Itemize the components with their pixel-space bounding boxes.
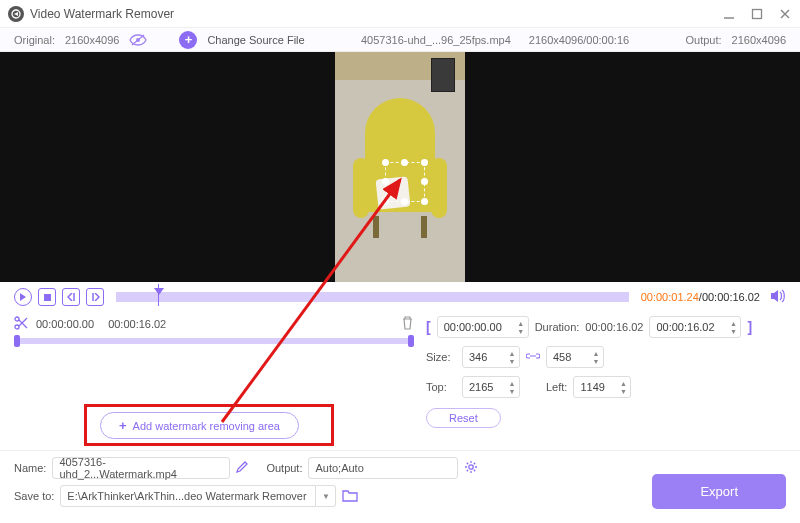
- change-source-button[interactable]: +: [179, 31, 197, 49]
- timecode: 00:00:01.24/00:00:16.02: [641, 291, 760, 303]
- preview-eye-icon[interactable]: [129, 34, 147, 46]
- source-filename: 4057316-uhd_...96_25fps.mp4: [361, 34, 511, 46]
- video-preview[interactable]: [0, 52, 800, 282]
- export-button[interactable]: Export: [652, 474, 786, 509]
- close-button[interactable]: [778, 7, 792, 21]
- add-watermark-area-button[interactable]: + Add watermark removing area: [100, 412, 299, 439]
- range-open-bracket-icon[interactable]: [: [426, 319, 431, 335]
- bottom-bar: Name: 4057316-uhd_2...Watermark.mp4 Outp…: [14, 444, 786, 513]
- duration-label: Duration:: [535, 321, 580, 333]
- range-close-bracket-icon[interactable]: ]: [747, 319, 752, 335]
- app-title: Video Watermark Remover: [30, 7, 174, 21]
- output-settings-icon[interactable]: [464, 460, 478, 476]
- original-label: Original:: [14, 34, 55, 46]
- svg-point-11: [15, 317, 19, 321]
- saveto-label: Save to:: [14, 490, 54, 502]
- video-frame: [335, 52, 465, 282]
- current-time: 00:00:01.24: [641, 291, 699, 303]
- stop-button[interactable]: [38, 288, 56, 306]
- reset-button[interactable]: Reset: [426, 408, 501, 428]
- range-handle-left[interactable]: [14, 335, 20, 347]
- info-bar: Original: 2160x4096 + Change Source File…: [0, 28, 800, 52]
- minimize-button[interactable]: [722, 7, 736, 21]
- size-width-input[interactable]: ▲▼: [462, 346, 520, 368]
- top-input[interactable]: ▲▼: [462, 376, 520, 398]
- change-source-label[interactable]: Change Source File: [207, 34, 304, 46]
- range-handle-right[interactable]: [408, 335, 414, 347]
- add-area-label: Add watermark removing area: [133, 420, 280, 432]
- area-end-input[interactable]: ▲▼: [649, 316, 741, 338]
- plus-icon: +: [119, 418, 127, 433]
- output-name-field[interactable]: 4057316-uhd_2...Watermark.mp4: [52, 457, 230, 479]
- maximize-button[interactable]: [750, 7, 764, 21]
- total-time: 00:00:16.02: [702, 291, 760, 303]
- left-label: Left:: [546, 381, 567, 393]
- step-back-button[interactable]: [62, 288, 80, 306]
- output-resolution: 2160x4096: [732, 34, 786, 46]
- range-bar[interactable]: [14, 338, 414, 344]
- player-controls: 00:00:01.24/00:00:16.02: [0, 282, 800, 312]
- output-fmt-label: Output:: [266, 462, 302, 474]
- duration-value: 00:00:16.02: [585, 321, 643, 333]
- svg-rect-7: [44, 294, 51, 301]
- watermark-list-pane: 00:00:00.00 00:00:16.02 + Add watermark …: [14, 316, 414, 436]
- svg-point-14: [469, 465, 473, 469]
- top-label: Top:: [426, 381, 456, 393]
- range-start: 00:00:00.00: [36, 318, 94, 330]
- volume-icon[interactable]: [770, 289, 786, 305]
- area-start-input[interactable]: ▲▼: [437, 316, 529, 338]
- svg-rect-2: [753, 9, 762, 18]
- original-resolution: 2160x4096: [65, 34, 119, 46]
- scissors-icon: [14, 316, 28, 332]
- range-end: 00:00:16.02: [108, 318, 166, 330]
- size-label: Size:: [426, 351, 456, 363]
- step-forward-button[interactable]: [86, 288, 104, 306]
- left-input[interactable]: ▲▼: [573, 376, 631, 398]
- name-label: Name:: [14, 462, 46, 474]
- saveto-path-field[interactable]: E:\ArkThinker\ArkThin...deo Watermark Re…: [60, 485, 316, 507]
- area-properties-pane: [ ▲▼ Duration:00:00:16.02 ▲▼ ] Size: ▲▼ …: [426, 316, 786, 436]
- size-height-input[interactable]: ▲▼: [546, 346, 604, 368]
- delete-area-button[interactable]: [401, 316, 414, 332]
- saveto-dropdown-icon[interactable]: ▼: [316, 485, 336, 507]
- play-button[interactable]: [14, 288, 32, 306]
- timeline-scrubber[interactable]: [116, 292, 629, 302]
- edit-name-icon[interactable]: [236, 461, 248, 475]
- title-bar: Video Watermark Remover: [0, 0, 800, 28]
- source-meta: 2160x4096/00:00:16: [529, 34, 629, 46]
- svg-point-10: [15, 325, 19, 329]
- watermark-selection-box[interactable]: [385, 162, 425, 202]
- output-format-field[interactable]: Auto;Auto: [308, 457, 458, 479]
- open-folder-icon[interactable]: [342, 489, 358, 504]
- output-label: Output:: [685, 34, 721, 46]
- link-aspect-icon[interactable]: [526, 351, 540, 363]
- app-logo: [8, 6, 24, 22]
